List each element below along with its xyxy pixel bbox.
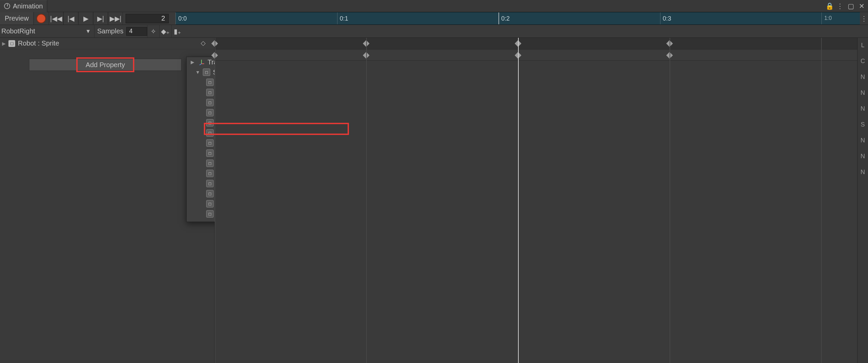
component-icon: ◻ — [206, 79, 214, 86]
samples-label: Samples — [97, 27, 124, 35]
sprite-track[interactable] — [215, 49, 857, 61]
property-row-sprite[interactable]: ▶ ◻ Robot : Sprite — [0, 38, 214, 49]
component-icon: ◻ — [206, 99, 214, 106]
play-button[interactable]: ▶ — [78, 12, 93, 25]
first-frame-button[interactable]: |◀◀ — [49, 12, 63, 25]
right-strip-item[interactable]: N — [861, 153, 865, 160]
component-icon: ◻ — [206, 89, 214, 96]
right-strip-item[interactable]: N — [861, 89, 865, 96]
clip-dropdown[interactable]: RobotRight ▼ — [0, 25, 94, 37]
property-label: Robot : Sprite — [18, 39, 59, 47]
frame-input[interactable] — [126, 14, 169, 23]
animation-tab[interactable]: Animation — [0, 0, 47, 12]
record-button[interactable] — [36, 14, 46, 23]
clip-bar: RobotRight ▼ Samples ✧ ◆₊ ▮₊ — [0, 25, 868, 38]
dopesheet-summary-track[interactable] — [215, 38, 857, 49]
component-icon: ◻ — [206, 210, 214, 218]
ruler-label: 0:1 — [340, 15, 348, 22]
add-property-button[interactable]: Add Property — [29, 59, 182, 71]
right-strip-item[interactable]: N — [861, 137, 865, 144]
expand-icon[interactable]: ▼ — [195, 69, 200, 75]
component-icon: ◻ — [206, 190, 214, 197]
right-strip-item[interactable]: S — [861, 121, 865, 128]
keyframe-diamond-icon[interactable] — [201, 41, 206, 46]
component-icon: ◻ — [206, 200, 214, 207]
body: ▶ ◻ Robot : Sprite Add Property ▶Transfo… — [0, 38, 868, 363]
chevron-down-icon: ▼ — [85, 28, 91, 34]
component-icon: ◻ — [203, 68, 210, 76]
expand-icon[interactable]: ▶ — [191, 59, 195, 65]
title-bar: Animation 🔒 ⋮ ▢ ✕ — [0, 0, 868, 12]
right-strip-item[interactable]: N — [861, 169, 865, 176]
timeline[interactable] — [215, 38, 857, 363]
last-frame-button[interactable]: ▶▶| — [108, 12, 123, 25]
anim-toolbar: Preview |◀◀ |◀ ▶ ▶| ▶▶| 0:00:10:20:31:0 … — [0, 12, 868, 25]
prev-key-button[interactable]: |◀ — [63, 12, 78, 25]
close-icon[interactable]: ✕ — [858, 2, 865, 10]
ruler-label: 1:0 — [824, 15, 832, 21]
time-ruler[interactable]: 0:00:10:20:31:0 — [175, 12, 860, 25]
maximize-icon[interactable]: ▢ — [847, 2, 855, 10]
right-strip: LCNNNSNNN — [857, 38, 868, 363]
component-icon: ◻ — [206, 139, 214, 147]
component-icon: ◻ — [206, 170, 214, 177]
toolbar-menu-icon[interactable]: ⋮ — [860, 15, 868, 23]
right-strip-item[interactable]: L — [861, 42, 864, 49]
component-icon: ◻ — [206, 160, 214, 167]
component-icon: ◻ — [206, 149, 214, 157]
kebab-icon[interactable]: ⋮ — [836, 2, 844, 10]
lock-icon[interactable]: 🔒 — [825, 2, 833, 10]
preview-button[interactable]: Preview — [0, 12, 34, 25]
samples-input[interactable] — [126, 27, 147, 36]
ruler-label: 0:2 — [501, 15, 510, 22]
next-key-button[interactable]: ▶| — [93, 12, 108, 25]
component-icon: ◻ — [206, 119, 214, 127]
filter-button[interactable]: ✧ — [147, 25, 159, 37]
add-property-label: Add Property — [86, 61, 125, 69]
ruler-label: 0:3 — [663, 15, 671, 22]
sprite-icon: ◻ — [8, 40, 15, 47]
ruler-label: 0:0 — [178, 15, 187, 22]
component-icon: ◻ — [206, 180, 214, 187]
window-controls: 🔒 ⋮ ▢ ✕ — [825, 2, 865, 10]
playhead[interactable] — [518, 38, 519, 363]
component-icon: ◻ — [206, 129, 214, 137]
clock-icon — [4, 3, 10, 9]
expand-icon[interactable]: ▶ — [2, 41, 6, 46]
clip-name: RobotRight — [1, 27, 35, 35]
dope-header[interactable] — [184, 25, 868, 37]
add-keyframe-button[interactable]: ◆₊ — [159, 25, 171, 37]
tab-title: Animation — [13, 2, 43, 10]
component-icon: ◻ — [206, 109, 214, 116]
transform-icon — [198, 59, 205, 65]
right-strip-item[interactable]: N — [861, 74, 865, 81]
add-event-button[interactable]: ▮₊ — [171, 25, 184, 37]
right-strip-item[interactable]: C — [861, 58, 865, 65]
property-list: ▶ ◻ Robot : Sprite Add Property ▶Transfo… — [0, 38, 215, 363]
right-strip-item[interactable]: N — [861, 105, 865, 112]
preview-label: Preview — [5, 15, 29, 22]
svg-line-2 — [199, 64, 201, 65]
